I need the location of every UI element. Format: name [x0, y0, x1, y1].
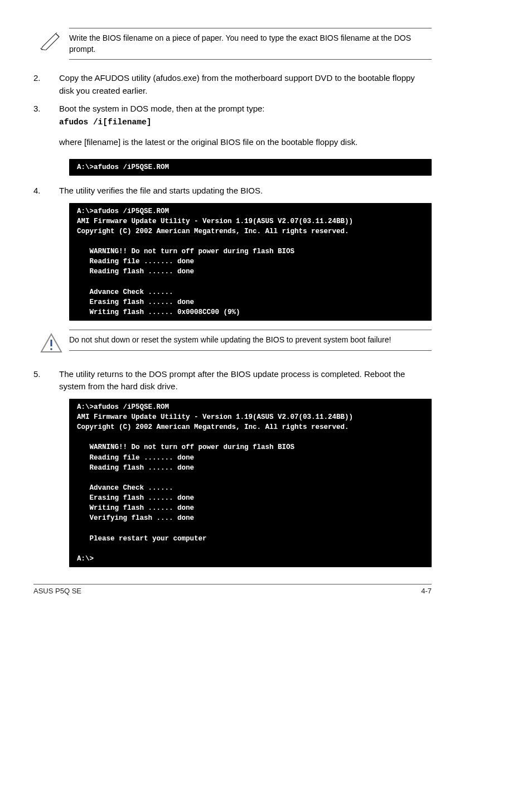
svg-point-2 [50, 348, 52, 350]
footer-right: 4-7 [421, 587, 432, 595]
step3-line1: Boot the system in DOS mode, then at the… [59, 104, 265, 113]
step-text: The utility returns to the DOS prompt af… [59, 368, 432, 393]
step-text: Boot the system in DOS mode, then at the… [59, 103, 432, 153]
step-number: 2. [33, 72, 59, 97]
step3-line2: where [filename] is the latest or the or… [59, 136, 432, 149]
terminal-output-2: A:\>afudos /iP5QSE.ROM AMI Firmware Upda… [69, 203, 432, 321]
note-text: Write the BIOS filename on a piece of pa… [69, 28, 432, 60]
terminal-output-3: A:\>afudos /iP5QSE.ROM AMI Firmware Upda… [69, 399, 432, 567]
page-footer: ASUS P5Q SE 4-7 [33, 584, 432, 595]
note-block: Write the BIOS filename on a piece of pa… [33, 28, 432, 60]
step-text: The utility verifies the file and starts… [59, 185, 432, 197]
step-text: Copy the AFUDOS utility (afudos.exe) fro… [59, 72, 432, 97]
step-4: 4. The utility verifies the file and sta… [33, 185, 432, 197]
step-3: 3. Boot the system in DOS mode, then at … [33, 103, 432, 153]
step-number: 5. [33, 368, 59, 393]
warning-block: Do not shut down or reset the system whi… [33, 330, 432, 356]
svg-line-0 [43, 32, 57, 46]
warning-icon [33, 330, 69, 356]
step-number: 3. [33, 103, 59, 153]
step-number: 4. [33, 185, 59, 197]
step-2: 2. Copy the AFUDOS utility (afudos.exe) … [33, 72, 432, 97]
terminal-output-1: A:\>afudos /iP5QSE.ROM [69, 159, 432, 176]
step3-command: afudos /i[filename] [59, 118, 151, 127]
footer-left: ASUS P5Q SE [33, 587, 81, 595]
pencil-icon [33, 28, 69, 52]
warning-text: Do not shut down or reset the system whi… [69, 330, 432, 351]
step-5: 5. The utility returns to the DOS prompt… [33, 368, 432, 393]
